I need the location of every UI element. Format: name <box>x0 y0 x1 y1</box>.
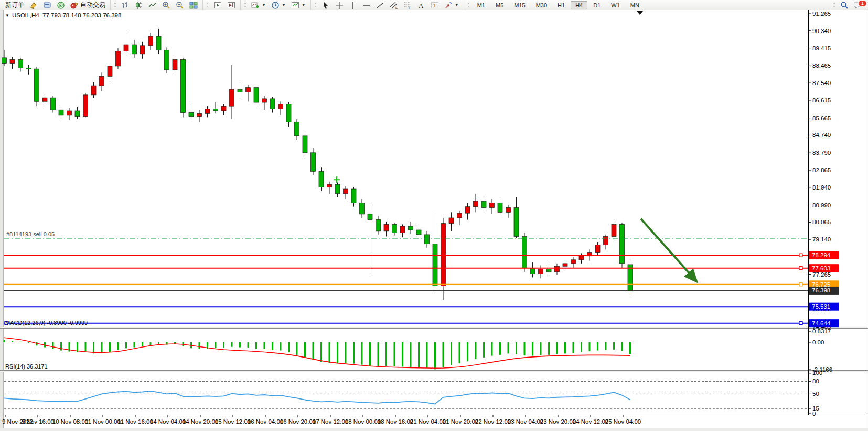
candle-bear <box>2 58 7 64</box>
candle-bear <box>270 99 275 109</box>
candle-bull <box>262 99 267 102</box>
autotrading-button[interactable]: 自动交易 <box>68 1 108 9</box>
candle-bull <box>124 45 128 51</box>
new-chart-icon[interactable]: ▼ <box>249 1 268 9</box>
text-label-icon[interactable]: T <box>428 1 441 9</box>
time-tick-label: 22 Nov 12:00 <box>475 418 511 425</box>
zoom-out-icon[interactable] <box>174 1 186 9</box>
mt4-window: 新订单 自动交易 ▼ ▼ ▼ E <box>0 0 868 431</box>
cursor-icon[interactable] <box>319 1 332 9</box>
terminal-icon[interactable] <box>41 1 53 9</box>
dropdown-caret-icon: ▼ <box>262 3 266 7</box>
svg-text:F: F <box>409 6 411 9</box>
candle-bull <box>474 201 478 207</box>
zoom-in-icon[interactable] <box>160 1 173 9</box>
candle-bear <box>156 36 161 50</box>
timeframe-button-M5[interactable]: M5 <box>491 1 508 9</box>
price-chart-canvas[interactable]: 91.26590.34089.41588.46587.54086.61585.6… <box>0 10 868 431</box>
period-icon[interactable]: ▼ <box>269 1 288 9</box>
candle-bear <box>425 235 430 244</box>
candle-bear <box>18 59 23 68</box>
profile-icon[interactable] <box>27 1 40 9</box>
text-icon[interactable]: A <box>415 1 427 9</box>
candle-bull <box>108 66 112 77</box>
template-icon[interactable]: ▼ <box>289 1 308 9</box>
candle-bear <box>522 236 527 268</box>
autotrading-label: 自动交易 <box>80 1 105 9</box>
timeframe-button-D1[interactable]: D1 <box>588 1 605 9</box>
vertical-line-icon[interactable] <box>347 1 359 9</box>
rsi-label: RSI(14) 36.3171 <box>5 363 48 370</box>
search-icon[interactable] <box>838 1 851 9</box>
candle-bear <box>181 59 186 112</box>
tile-windows-icon[interactable] <box>187 1 200 9</box>
candle-bull <box>400 226 405 233</box>
candle-bull <box>83 95 88 117</box>
trendline-icon[interactable] <box>374 1 387 9</box>
candle-bull <box>344 189 348 194</box>
timeframe-button-MN[interactable]: MN <box>626 1 644 9</box>
chart-shift-icon[interactable] <box>225 1 238 9</box>
ohlc-label: 77.793 78.148 76.203 76.398 <box>42 12 121 18</box>
channel-icon[interactable]: E <box>388 1 400 9</box>
auto-scroll-icon[interactable] <box>211 1 224 9</box>
candle-bear <box>165 50 169 70</box>
candlestick-icon[interactable] <box>133 1 145 9</box>
candle-bull <box>246 88 251 92</box>
candle-bull <box>490 203 495 208</box>
candle-bull <box>612 224 616 236</box>
price-tick-label: 85.665 <box>812 115 831 121</box>
dropdown-caret-icon: ▼ <box>282 3 286 7</box>
horizontal-line-icon[interactable] <box>360 1 373 9</box>
quick-trade-caret-icon[interactable]: ▼ <box>5 13 9 18</box>
candle-bear <box>238 89 242 92</box>
crosshair-icon[interactable] <box>333 1 346 9</box>
candle-bull <box>91 86 96 95</box>
timeframe-button-M30[interactable]: M30 <box>531 1 552 9</box>
candle-bear <box>514 207 519 236</box>
toolbar-group-right: 1 <box>830 0 868 10</box>
timeframe-button-M1[interactable]: M1 <box>473 1 490 9</box>
line-handle[interactable] <box>799 254 802 257</box>
timeframe-toolbar: M1M5M15M30H1H4D1W1MN <box>464 0 647 10</box>
candle-bull <box>10 59 15 63</box>
toolbar-group-trade: 新订单 自动交易 <box>0 0 110 10</box>
candle-bear <box>75 111 80 117</box>
candle-bull <box>384 224 389 230</box>
line-handle[interactable] <box>799 267 802 270</box>
toolbar-group-scroll <box>202 0 240 10</box>
candle-bull <box>465 207 470 213</box>
candle-bull <box>67 111 72 115</box>
notification-badge: 1 <box>858 0 867 7</box>
line-handle[interactable] <box>799 283 802 286</box>
timeframe-button-H1[interactable]: H1 <box>553 1 570 9</box>
window-left-border <box>0 10 3 428</box>
rsi-tick-label: 100 <box>812 370 822 376</box>
timeframe-button-W1[interactable]: W1 <box>606 1 625 9</box>
price-badge: 75.531 <box>812 303 830 310</box>
signals-icon[interactable] <box>55 1 67 9</box>
chart-window[interactable]: 91.26590.34089.41588.46587.54086.61585.6… <box>0 10 868 431</box>
line-handle[interactable] <box>799 322 802 325</box>
price-tick-label: 82.865 <box>812 167 831 173</box>
timeframe-button-H4[interactable]: H4 <box>571 1 587 9</box>
candle-bull <box>595 245 600 252</box>
chart-title: ▼USOil-,H4 77.793 78.148 76.203 76.398 <box>5 12 121 18</box>
bar-chart-icon[interactable] <box>119 1 132 9</box>
candle-bear <box>189 113 194 117</box>
arrows-icon[interactable]: ▼ <box>442 1 461 9</box>
candle-bull <box>221 106 226 111</box>
candle-bear <box>254 88 259 102</box>
candle-bull <box>100 76 104 86</box>
notifications-icon[interactable]: 1 <box>852 1 865 9</box>
new-order-button[interactable]: 新订单 <box>3 1 26 9</box>
candle-bear <box>368 214 372 220</box>
dropdown-caret-icon: ▼ <box>455 3 459 7</box>
fibonacci-icon[interactable]: F <box>401 1 414 9</box>
line-chart-icon[interactable] <box>146 1 159 9</box>
candle-bear <box>498 203 502 213</box>
new-order-label: 新订单 <box>5 1 24 9</box>
timeframe-button-M15[interactable]: M15 <box>509 1 530 9</box>
time-tick-label: 16 Nov 20:00 <box>280 418 316 425</box>
price-badge: 78.294 <box>812 252 831 258</box>
